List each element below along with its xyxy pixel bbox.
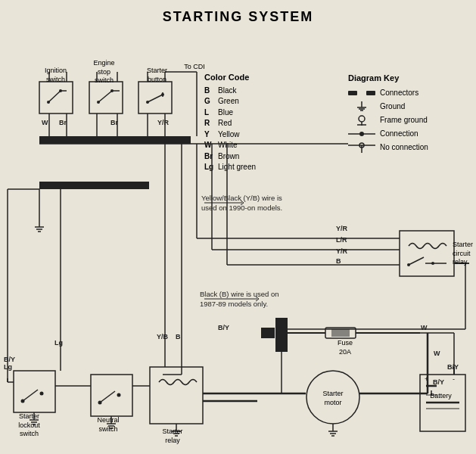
wire-label-lr: L/R: [336, 236, 347, 244]
svg-line-25: [148, 95, 163, 102]
svg-point-110: [117, 393, 121, 397]
svg-rect-29: [39, 136, 191, 144]
wire-label-br2: Br: [110, 119, 118, 126]
key-connection: Connection: [348, 128, 428, 140]
page-title: STARTING SYSTEM: [0, 0, 476, 25]
svg-point-22: [110, 89, 114, 92]
note-b: Black (B) wire is used on1987-89 models …: [200, 289, 279, 309]
diagram-key-box: Diagram Key Connectors Groun: [348, 72, 428, 155]
connector-symbol: [348, 88, 375, 98]
note-yb: Yellow/Black (Y/B) wire isused on 1990-o…: [201, 193, 282, 213]
svg-point-10: [359, 132, 364, 136]
wire-label-yr3: Y/R: [336, 247, 347, 255]
svg-point-17: [59, 89, 62, 92]
svg-rect-14: [39, 82, 73, 114]
wire-label-yr2: Y/R: [336, 225, 347, 232]
wire-label-by2: B/Y: [433, 378, 444, 386]
to-cdi-label: To CDI: [179, 63, 210, 72]
svg-text:-: -: [453, 375, 455, 383]
svg-line-108: [100, 391, 115, 403]
connection-symbol: [348, 129, 375, 139]
svg-rect-1: [366, 91, 375, 95]
svg-rect-99: [14, 371, 55, 412]
wire-label-by3: B/Y: [447, 363, 459, 371]
svg-point-101: [21, 400, 25, 403]
svg-rect-119: [275, 318, 288, 352]
battery-label: Battery: [416, 392, 465, 401]
fuse-label: Fuse20A: [327, 339, 363, 356]
key-no-connection: No connection: [348, 141, 428, 154]
svg-point-6: [359, 116, 365, 122]
starter-circuit-relay-label: Startercircuitrelay: [453, 241, 474, 267]
svg-text:+: +: [425, 375, 428, 383]
key-connectors: Connectors: [348, 87, 428, 99]
wire-label-lgp: Lg: [54, 339, 63, 347]
svg-rect-92: [150, 367, 203, 424]
svg-line-15: [48, 91, 61, 102]
wire-label-yr1: Y/R: [157, 119, 169, 126]
wire-label-br1: Br: [59, 119, 67, 126]
wire-label-w3: W: [434, 350, 440, 357]
color-code-box: Color Code BBlack GGreen LBlue RRed YYel…: [204, 72, 256, 173]
lockout-switch-label: Starterlockoutswitch: [5, 412, 54, 439]
wire-label-w1: W: [42, 119, 48, 126]
diagram-area: Color Code BBlack GGreen LBlue RRed YYel…: [0, 30, 476, 454]
svg-point-47: [407, 263, 410, 266]
svg-rect-67: [325, 328, 356, 338]
wire-label-lg: Lg: [4, 363, 12, 371]
wire-label-b2: B: [176, 333, 181, 340]
svg-rect-30: [39, 182, 149, 189]
engine-stop-label: Enginestopswitch: [83, 59, 125, 86]
color-code-row-lg: LgLight green: [204, 162, 256, 173]
svg-line-46: [409, 257, 424, 265]
page: STARTING SYSTEM Color Code BBlack GGreen…: [0, 0, 476, 454]
svg-line-100: [23, 390, 38, 401]
svg-rect-19: [89, 82, 123, 114]
svg-point-16: [47, 101, 50, 104]
svg-rect-24: [138, 82, 172, 114]
diagram-key-title: Diagram Key: [348, 72, 428, 86]
starter-button-label: Starterbutton: [136, 67, 178, 84]
svg-line-20: [98, 91, 112, 102]
key-ground: Ground: [348, 101, 428, 113]
starter-relay-label: Starterrelay: [146, 428, 199, 445]
key-frame-ground: Frame ground: [348, 114, 428, 126]
frame-ground-symbol: [348, 115, 375, 126]
svg-rect-142: [261, 328, 275, 338]
color-code-title: Color Code: [204, 72, 256, 84]
wire-label-b1: B: [336, 257, 341, 265]
ground-symbol: [348, 101, 375, 112]
color-code-row-r: RRed: [204, 118, 256, 129]
svg-rect-0: [348, 91, 357, 95]
svg-point-102: [40, 392, 44, 396]
wire-label-w2: W: [421, 324, 428, 331]
wire-label-yb: Y/B: [157, 333, 168, 340]
neutral-switch-label: Neutralswitch: [86, 416, 131, 434]
svg-point-48: [431, 262, 434, 265]
no-connection-symbol: [348, 142, 375, 153]
svg-rect-45: [400, 231, 454, 276]
svg-rect-107: [91, 375, 132, 416]
starter-motor-label: Startermotor: [310, 390, 356, 407]
svg-point-26: [146, 101, 149, 104]
color-code-row-l: LBlue: [204, 107, 256, 119]
color-code-row-br: BrBrown: [204, 151, 256, 163]
svg-point-27: [161, 93, 164, 96]
color-code-row-w: WWhite: [204, 140, 256, 151]
color-code-row-y: YYellow: [204, 129, 256, 141]
svg-point-21: [97, 101, 100, 104]
color-code-row-g: GGreen: [204, 96, 256, 107]
svg-point-109: [98, 401, 102, 405]
ignition-switch-label: Ignitionswitch: [35, 67, 76, 84]
color-code-row-b: BBlack: [204, 86, 256, 97]
wire-label-by1: B/Y: [218, 324, 229, 331]
wire-label-byl: B/Y: [4, 356, 15, 363]
